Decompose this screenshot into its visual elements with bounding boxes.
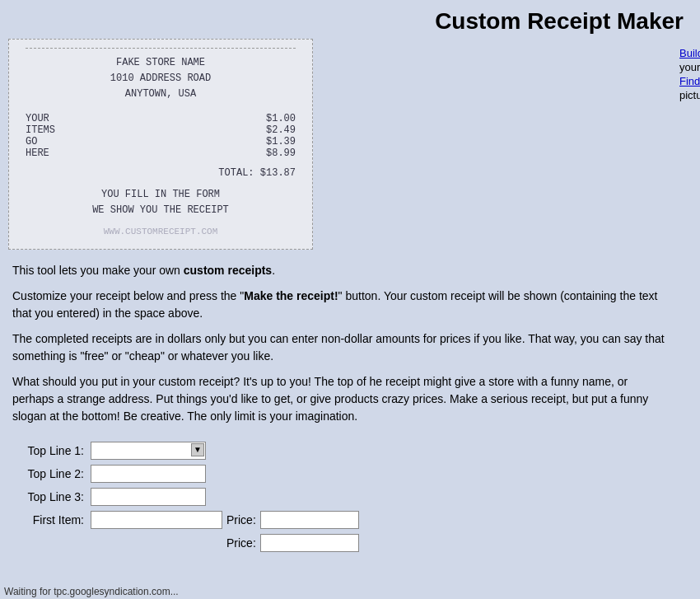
calendar-icon[interactable]: ▼	[191, 443, 204, 456]
make-receipt-bold: Make the receipt!	[244, 289, 338, 302]
receipt-item-1-label: YOUR	[26, 113, 49, 124]
description-para1-prefix: This tool lets you make your own	[12, 264, 184, 277]
receipt-url: WWW.CUSTOMRECEIPT.COM	[26, 227, 296, 236]
receipt-total: TOTAL: $13.87	[26, 167, 296, 179]
description-para1: This tool lets you make your own custom …	[12, 262, 671, 279]
receipt-address1: 1010 ADDRESS ROAD	[26, 71, 296, 87]
page-title: Custom Receipt Maker	[16, 8, 684, 35]
status-bar: Waiting for tpc.googlesyndication.com...	[0, 584, 247, 599]
receipt-item-1-price: $1.00	[266, 113, 296, 124]
sidebar-link-build[interactable]: Build	[679, 47, 700, 59]
top-line2-label: Top Line 2:	[16, 467, 91, 480]
receipt-store-info: FAKE STORE NAME 1010 ADDRESS ROAD ANYTOW…	[26, 55, 296, 103]
form-row-top3: Top Line 3:	[16, 488, 667, 506]
top-line3-input[interactable]	[91, 488, 206, 506]
receipt-address2: ANYTOWN, USA	[26, 87, 296, 102]
first-price-input[interactable]	[260, 511, 359, 529]
left-column: FAKE STORE NAME 1010 ADDRESS ROAD ANYTOW…	[8, 39, 675, 565]
description-para4: What should you put in your custom recei…	[12, 373, 671, 425]
sidebar-text-your: your	[679, 61, 700, 73]
receipt-preview: FAKE STORE NAME 1010 ADDRESS ROAD ANYTOW…	[8, 39, 313, 250]
form-row-second-price: Price:	[16, 534, 667, 552]
receipt-item-3-price: $1.39	[266, 136, 296, 147]
receipt-total-label: TOTAL:	[218, 167, 254, 179]
description-para1-bold: custom receipts	[184, 264, 272, 277]
form-row-top2: Top Line 2:	[16, 465, 667, 483]
receipt-total-value: $13.87	[260, 167, 296, 179]
top-line1-label: Top Line 1:	[16, 444, 91, 457]
receipt-item-3: GO $1.39	[26, 136, 296, 147]
second-price-input[interactable]	[260, 534, 359, 552]
sidebar-link-find[interactable]: Find	[679, 75, 700, 87]
first-item-input[interactable]	[91, 511, 222, 529]
description-para1-suffix: .	[272, 264, 275, 277]
receipt-item-2-label: ITEMS	[26, 124, 55, 136]
receipt-footer-line2: WE SHOW YOU THE RECEIPT	[26, 203, 296, 218]
receipt-item-1: YOUR $1.00	[26, 113, 296, 124]
receipt-item-4-label: HERE	[26, 147, 49, 159]
receipt-item-4-price: $8.99	[266, 147, 296, 159]
receipt-store-name: FAKE STORE NAME	[26, 55, 296, 71]
receipt-item-2: ITEMS $2.49	[26, 124, 296, 136]
price-label-1: Price:	[226, 513, 256, 526]
receipt-footer-line1: YOU FILL IN THE FORM	[26, 187, 296, 203]
description-para2: Customize your receipt below and press t…	[12, 288, 671, 322]
page-header: Custom Receipt Maker	[0, 0, 700, 39]
top-line1-input-wrapper: ▼	[91, 442, 206, 460]
receipt-item-3-label: GO	[26, 136, 37, 147]
top-line1-input[interactable]	[91, 442, 206, 460]
top-line3-label: Top Line 3:	[16, 490, 91, 503]
sidebar-text-pictu: pictu	[679, 89, 700, 101]
right-sidebar: Build your Find pictu	[675, 39, 692, 565]
main-area: FAKE STORE NAME 1010 ADDRESS ROAD ANYTOW…	[0, 39, 700, 565]
price-label-2: Price:	[226, 536, 256, 550]
form-row-top1: Top Line 1: ▼	[16, 442, 667, 460]
receipt-items: YOUR $1.00 ITEMS $2.49 GO $1.39 HERE $8.…	[26, 113, 296, 159]
form-row-first-item: First Item: Price:	[16, 511, 667, 529]
form-area: Top Line 1: ▼ Top Line 2: Top Line 3:	[8, 438, 675, 565]
status-bar-text: Waiting for tpc.googlesyndication.com...	[4, 586, 179, 597]
first-item-label: First Item:	[16, 513, 91, 526]
receipt-item-2-price: $2.49	[266, 124, 296, 136]
description-para3: The completed receipts are in dollars on…	[12, 330, 671, 365]
receipt-item-4: HERE $8.99	[26, 147, 296, 159]
top-line2-input[interactable]	[91, 465, 206, 483]
description-area: This tool lets you make your own custom …	[8, 258, 675, 438]
receipt-footer: YOU FILL IN THE FORM WE SHOW YOU THE REC…	[26, 187, 296, 218]
